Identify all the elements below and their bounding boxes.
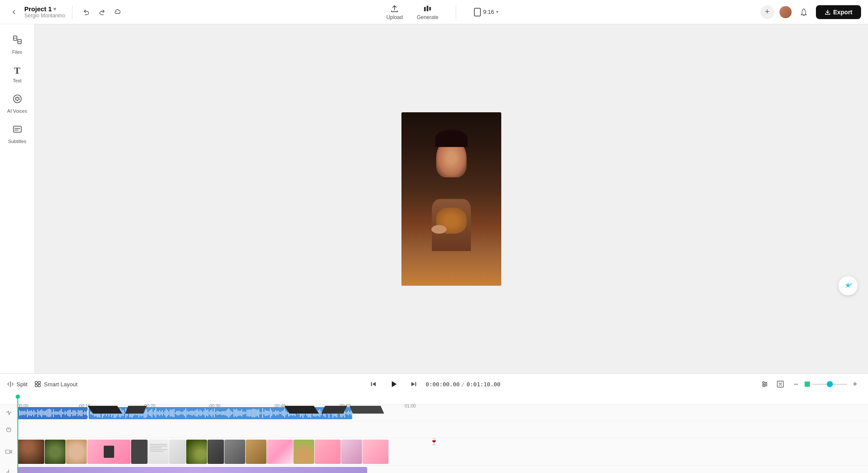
video-frame [401, 112, 501, 286]
track-icon-music[interactable] [0, 466, 17, 473]
thumb-pink-2[interactable] [267, 440, 293, 464]
magic-button[interactable] [838, 276, 858, 295]
total-timecode: 0:01:10.00 [467, 381, 500, 388]
thumb-dark-1[interactable] [131, 440, 148, 464]
music-track-row [17, 466, 868, 473]
video-track: 🍷 [17, 438, 868, 466]
back-button[interactable] [7, 5, 21, 19]
thumb-3[interactable] [66, 440, 87, 464]
smart-layout-label: Smart Layout [44, 381, 77, 388]
timeline-left-controls: Split Smart Layout [0, 381, 78, 388]
zoom-indicator [805, 382, 810, 387]
ratio-dropdown-icon: ▾ [496, 9, 499, 15]
sidebar-item-ai-voices[interactable]: AI Voices [3, 90, 32, 117]
smart-layout-button[interactable]: Smart Layout [34, 381, 77, 388]
svg-rect-13 [415, 382, 416, 386]
project-title-text: Project 1 [24, 5, 52, 13]
divider [72, 5, 72, 19]
svg-point-18 [7, 427, 11, 432]
zoom-slider[interactable] [812, 384, 847, 385]
timeline-controls-wrapper: Split Smart Layout 0:00:00.00 / 0:01:10.… [0, 374, 868, 395]
split-button[interactable]: Split [7, 381, 27, 388]
svg-point-15 [765, 383, 767, 385]
skip-forward-button[interactable] [408, 378, 420, 390]
project-title[interactable]: Project 1 ▾ [24, 5, 65, 13]
undo-button[interactable] [79, 5, 93, 19]
timecode-display: 0:00:00.00 / 0:01:10.00 [426, 381, 500, 388]
undo-redo-group [79, 5, 125, 19]
audio-track-1: // Generate waveform bars for(let i=0; i… [17, 405, 868, 421]
timeline-tracks-area: 00:00 ·00:10 ·00:20 ·00:30 ·00:40 ·00:50… [0, 395, 868, 473]
ai-voices-icon [12, 94, 23, 107]
music-track[interactable] [17, 467, 367, 473]
export-button[interactable]: Export [816, 5, 861, 19]
scene-marker-4 [321, 406, 347, 414]
thumb-pink-4[interactable] [341, 440, 362, 464]
thumb-pet[interactable] [293, 440, 314, 464]
project-dropdown-icon[interactable]: ▾ [53, 6, 56, 12]
track-icon-video[interactable] [0, 438, 17, 466]
thumb-2[interactable] [45, 440, 66, 464]
generate-button[interactable]: Generate [417, 4, 438, 20]
thumb-light-1[interactable] [169, 440, 186, 464]
scene-marker-5 [349, 406, 384, 414]
svg-rect-9 [38, 382, 40, 384]
text-icon: T [14, 65, 20, 76]
audio-track-2 [17, 421, 868, 438]
collab-button[interactable]: + [760, 5, 774, 19]
ai-voices-label: AI Voices [7, 108, 27, 114]
svg-rect-12 [371, 382, 372, 386]
thumb-bird[interactable] [186, 440, 207, 464]
header: Project 1 ▾ Sergio Montanino Upload Gene… [0, 0, 868, 24]
timeline-ruler: 00:00 ·00:10 ·00:20 ·00:30 ·00:40 ·00:50… [0, 395, 868, 405]
redo-button[interactable] [95, 5, 109, 19]
thumb-doc[interactable] [148, 440, 169, 464]
equalizer-button[interactable] [759, 378, 771, 390]
timeline-right-controls: − + [759, 378, 868, 390]
header-center: Upload Generate 9:16 ▾ [130, 4, 755, 20]
svg-rect-2 [429, 7, 431, 10]
playhead [17, 395, 18, 473]
ratio-selector[interactable]: 9:16 ▾ [473, 7, 498, 17]
thumb-5[interactable] [224, 440, 245, 464]
thumb-pink-1[interactable] [87, 440, 131, 464]
scene-marker-1 [88, 406, 122, 414]
sidebar-item-files[interactable]: Files [3, 31, 32, 58]
user-avatar[interactable] [779, 6, 792, 18]
audio-segment-1[interactable]: // Generate waveform bars for(let i=0; i… [17, 407, 88, 419]
fit-button[interactable] [774, 378, 786, 390]
thumb-dark-2[interactable]: 🍷 [207, 440, 224, 464]
canvas-area [35, 24, 868, 373]
thumb-6[interactable] [246, 440, 266, 464]
zoom-out-button[interactable]: − [790, 378, 802, 390]
sidebar-item-text[interactable]: T Text [3, 62, 32, 87]
subtitles-icon [12, 124, 23, 137]
timecode-separator: / [461, 381, 465, 388]
header-divider-2 [456, 5, 456, 19]
sidebar: Files T Text AI Voices Subtitles [0, 24, 35, 373]
files-icon [12, 35, 23, 48]
svg-point-14 [763, 382, 764, 383]
thumb-1[interactable] [17, 440, 44, 464]
playback-controls: 0:00:00.00 / 0:01:10.00 [368, 376, 500, 392]
cloud-save-button[interactable] [111, 5, 125, 19]
playhead-head [16, 395, 20, 399]
play-button[interactable] [386, 376, 401, 392]
thumb-pink-5[interactable] [362, 440, 388, 464]
subtitles-label: Subtitles [8, 139, 26, 144]
track-icon-audio-2[interactable] [0, 421, 17, 438]
notification-button[interactable] [797, 5, 811, 19]
skip-back-button[interactable] [368, 378, 380, 390]
thumb-pink-3[interactable] [315, 440, 341, 464]
svg-rect-0 [424, 7, 426, 11]
sidebar-item-subtitles[interactable]: Subtitles [3, 121, 32, 147]
generate-label: Generate [417, 14, 438, 20]
upload-button[interactable]: Upload [386, 4, 403, 20]
svg-rect-7 [13, 126, 21, 132]
svg-rect-3 [474, 8, 480, 16]
svg-rect-11 [38, 385, 40, 387]
track-icon-audio-1[interactable] [0, 405, 17, 421]
ratio-label: 9:16 [483, 9, 494, 15]
tracks-container: // Generate waveform bars for(let i=0; i… [0, 405, 868, 473]
zoom-in-button[interactable]: + [849, 378, 861, 390]
